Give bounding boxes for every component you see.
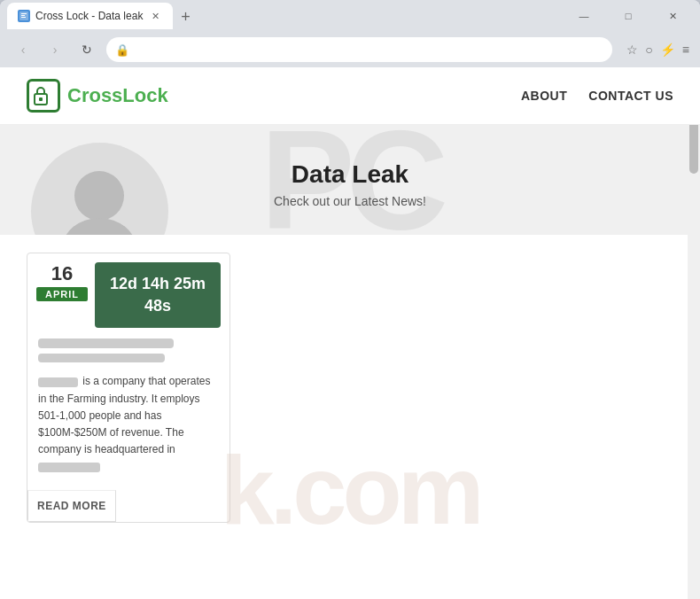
main-content: 16 APRIL 12d 14h 25m48s is a company tha… (0, 235, 700, 599)
tab-favicon (18, 10, 30, 22)
close-button[interactable]: ✕ (652, 3, 693, 29)
blurred-title-line (38, 338, 174, 348)
title-bar: Cross Lock - Data leak ✕ + — □ ✕ (0, 0, 700, 32)
page-content: CrossLock ABOUT CONTACT US PC (0, 67, 700, 599)
url-bar[interactable]: 🔒 (106, 37, 612, 62)
tab-close-button[interactable]: ✕ (148, 9, 162, 23)
profile-menu-icon[interactable]: ≡ (682, 43, 689, 57)
minimize-button[interactable]: — (564, 3, 604, 29)
logo-text: CrossLock (67, 84, 168, 107)
read-more-button[interactable]: READ MORE (27, 490, 116, 522)
browser-window: Cross Lock - Data leak ✕ + — □ ✕ ‹ › ↻ 🔒… (0, 0, 700, 599)
article-description: is a company that operates in the Farmin… (38, 375, 210, 455)
scrollbar[interactable] (688, 67, 700, 599)
forward-button[interactable]: › (43, 37, 67, 62)
blurred-location (38, 463, 100, 472)
site-navbar: CrossLock ABOUT CONTACT US (0, 67, 700, 125)
window-controls: — □ ✕ (564, 3, 693, 29)
date-month: APRIL (36, 287, 88, 301)
extensions-icon[interactable]: ⚡ (660, 43, 675, 57)
blurred-subtitle-line (38, 354, 165, 362)
article-body: is a company that operates in the Farmin… (27, 328, 229, 482)
shield-icon[interactable]: ○ (645, 43, 652, 57)
countdown-badge: 12d 14h 25m48s (95, 262, 221, 328)
hero-subtitle: Check out our Latest News! (0, 194, 700, 208)
tab-area: Cross Lock - Data leak ✕ + (7, 3, 556, 29)
article-text: is a company that operates in the Farmin… (38, 373, 219, 475)
countdown-text: 12d 14h 25m48s (110, 275, 206, 315)
maximize-button[interactable]: □ (608, 3, 649, 29)
blurred-company-name (38, 377, 78, 387)
hero-section: PC Data Leak Check out our Latest News! (0, 125, 700, 235)
hero-title: Data Leak (0, 160, 700, 189)
logo[interactable]: CrossLock (27, 79, 168, 113)
svg-rect-2 (39, 97, 43, 101)
main-nav: ABOUT CONTACT US (521, 89, 673, 103)
date-badge: 16 APRIL (36, 262, 88, 301)
bookmark-icon[interactable]: ☆ (626, 43, 638, 57)
back-button[interactable]: ‹ (11, 37, 35, 62)
lock-icon: 🔒 (115, 43, 129, 57)
date-day: 16 (51, 262, 73, 285)
contact-nav-link[interactable]: CONTACT US (588, 89, 673, 103)
address-bar: ‹ › ↻ 🔒 ☆ ○ ⚡ ≡ (0, 32, 700, 67)
refresh-button[interactable]: ↻ (74, 37, 99, 62)
tab-title: Cross Lock - Data leak (35, 10, 143, 22)
article-card: 16 APRIL 12d 14h 25m48s is a company tha… (27, 253, 230, 523)
new-tab-button[interactable]: + (173, 4, 198, 29)
toolbar-icons: ☆ ○ ⚡ ≡ (626, 43, 689, 57)
logo-icon (27, 79, 60, 113)
about-nav-link[interactable]: ABOUT (521, 89, 567, 103)
active-tab[interactable]: Cross Lock - Data leak ✕ (7, 3, 173, 29)
